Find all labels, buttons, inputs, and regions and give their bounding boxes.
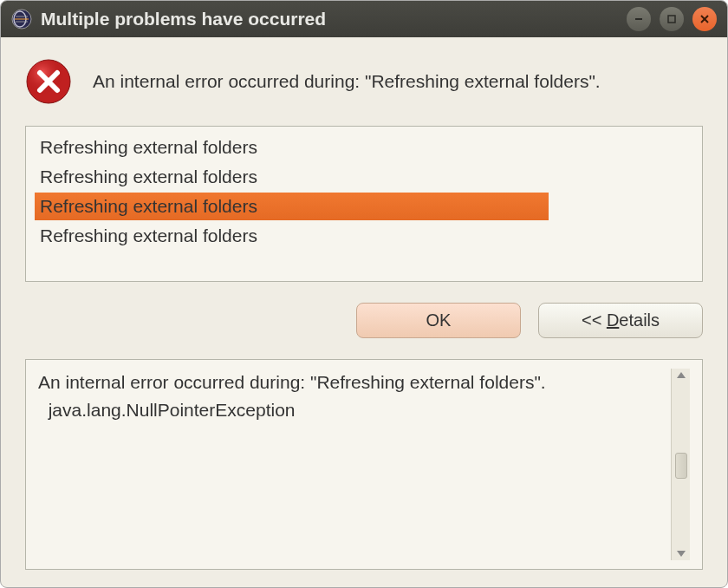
close-button[interactable] bbox=[692, 7, 717, 31]
error-message: An internal error occurred during: "Refr… bbox=[93, 71, 601, 92]
scrollbar[interactable] bbox=[671, 369, 690, 560]
window-title: Multiple problems have occurred bbox=[41, 9, 627, 29]
list-item[interactable]: Refreshing external folders bbox=[35, 222, 693, 250]
details-text[interactable]: An internal error occurred during: "Refr… bbox=[38, 369, 671, 560]
problem-list[interactable]: Refreshing external folders Refreshing e… bbox=[25, 126, 703, 282]
scroll-thumb[interactable] bbox=[675, 453, 687, 479]
titlebar[interactable]: Multiple problems have occurred bbox=[1, 1, 727, 37]
list-item[interactable]: Refreshing external folders bbox=[35, 193, 549, 220]
list-item[interactable]: Refreshing external folders bbox=[35, 163, 693, 191]
error-icon bbox=[25, 58, 72, 105]
ok-button[interactable]: OK bbox=[356, 303, 521, 338]
dialog-content: An internal error occurred during: "Refr… bbox=[1, 37, 727, 587]
details-suffix: etails bbox=[619, 310, 660, 330]
eclipse-icon bbox=[11, 9, 32, 29]
minimize-button[interactable] bbox=[627, 7, 651, 31]
details-button[interactable]: << Details bbox=[538, 303, 703, 338]
window-controls bbox=[627, 7, 717, 31]
maximize-button[interactable] bbox=[660, 7, 684, 31]
error-header: An internal error occurred during: "Refr… bbox=[25, 58, 703, 105]
details-panel: An internal error occurred during: "Refr… bbox=[25, 359, 703, 570]
scroll-up-icon[interactable] bbox=[677, 372, 686, 378]
details-prefix: << bbox=[582, 310, 607, 330]
scroll-down-icon[interactable] bbox=[677, 551, 686, 557]
details-line: java.lang.NullPointerException bbox=[38, 400, 296, 420]
svg-rect-6 bbox=[668, 16, 675, 23]
dialog-window: Multiple problems have occurred bbox=[0, 0, 728, 588]
button-row: OK << Details bbox=[25, 303, 703, 338]
details-line: An internal error occurred during: "Refr… bbox=[38, 372, 546, 392]
list-item[interactable]: Refreshing external folders bbox=[35, 134, 693, 161]
details-mnemonic: D bbox=[607, 310, 619, 330]
